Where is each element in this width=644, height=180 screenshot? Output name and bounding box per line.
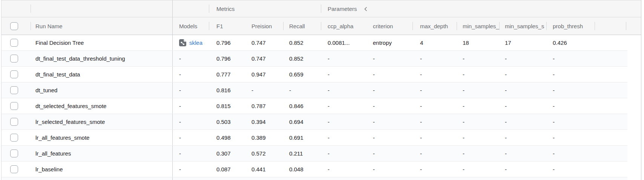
cell-min-samples-s: 17 xyxy=(499,35,546,50)
cell-max-depth: - xyxy=(412,130,457,145)
run-name-link[interactable]: lr_all_features_smote xyxy=(31,130,172,145)
table-row: lr_all_features-0.3070.5720.211------ xyxy=(2,146,627,162)
model-link[interactable]: sklea xyxy=(189,40,202,46)
cell-min-samples-l: 18 xyxy=(457,35,499,50)
cell-min-samples-l: - xyxy=(457,114,499,130)
cell-max-depth: 4 xyxy=(412,35,457,50)
models-cell: - xyxy=(172,114,209,130)
cell-prob-thresh: - xyxy=(546,130,595,145)
column-resize-handle[interactable] xyxy=(546,22,547,30)
column-resize-handle[interactable] xyxy=(499,22,500,30)
cell-criterion: - xyxy=(365,162,412,177)
column-resize-handle[interactable] xyxy=(457,22,457,30)
column-header-ccp-alpha[interactable]: ccp_alpha xyxy=(321,17,365,35)
models-cell: - xyxy=(172,146,209,161)
row-checkbox[interactable] xyxy=(10,102,18,110)
column-resize-handle[interactable] xyxy=(209,22,209,30)
metrics-group-header: Metrics xyxy=(209,0,321,17)
cell-max-depth: - xyxy=(412,67,457,82)
cell-preision: 0.572 xyxy=(245,146,283,161)
cell-recall: - xyxy=(283,82,321,98)
run-name-link[interactable]: lr_all_features xyxy=(31,146,172,161)
run-name-link[interactable]: dt_tuned xyxy=(31,82,172,98)
parameters-group-header: Parameters xyxy=(321,0,641,17)
column-header-recall[interactable]: Recall xyxy=(283,17,321,35)
column-header-preision[interactable]: Preision xyxy=(245,17,283,35)
cell-ccp-alpha: - xyxy=(321,67,365,82)
cell-f1: 0.815 xyxy=(209,98,245,114)
run-name-link[interactable]: dt_final_test_data_threshold_tuning xyxy=(31,51,172,66)
cell-recall: 0.691 xyxy=(283,130,321,145)
row-checkbox[interactable] xyxy=(10,118,18,126)
run-name-link[interactable]: Final Decision Tree xyxy=(31,35,172,50)
model-file-icon xyxy=(179,39,186,46)
column-resize-handle[interactable] xyxy=(595,22,595,30)
cell-recall: 0.694 xyxy=(283,114,321,130)
cell-preision: 0.389 xyxy=(245,130,283,145)
table-row: dt_final_test_data-0.7770.9470.659------ xyxy=(2,67,627,82)
cell-prob-thresh: - xyxy=(546,162,595,177)
column-header-max-depth[interactable]: max_depth xyxy=(412,17,457,35)
select-all-checkbox[interactable] xyxy=(10,22,18,30)
column-header-min-samples-s[interactable]: min_samples_s xyxy=(499,17,546,35)
column-resize-handle[interactable] xyxy=(412,22,413,30)
column-resize-handle[interactable] xyxy=(321,22,321,30)
cell-criterion: - xyxy=(365,98,412,114)
cell-recall: 0.852 xyxy=(283,51,321,66)
cell-f1: 0.498 xyxy=(209,130,245,145)
cell-min-samples-l: - xyxy=(457,146,499,161)
column-header-prob-thresh[interactable]: prob_thresh xyxy=(546,17,595,35)
cell-ccp-alpha: - xyxy=(321,130,365,145)
row-checkbox[interactable] xyxy=(10,165,18,173)
cell-min-samples-s: - xyxy=(499,82,546,98)
cell-min-samples-s: - xyxy=(499,67,546,82)
row-checkbox[interactable] xyxy=(10,149,18,157)
cell-max-depth: - xyxy=(412,162,457,177)
column-resize-handle[interactable] xyxy=(283,22,284,30)
column-header-f1[interactable]: F1 xyxy=(209,17,245,35)
column-header-run-name[interactable]: Run Name xyxy=(31,17,172,35)
column-header-min-samples-l[interactable]: min_samples_l xyxy=(457,17,499,35)
cell-ccp-alpha: 0.0081... xyxy=(321,35,365,50)
group-header-row: Metrics Parameters xyxy=(2,0,641,17)
table-row: lr_baseline-0.0870.4410.048------ xyxy=(2,162,627,177)
table-row: dt_final_test_data_threshold_tuning-0.79… xyxy=(2,51,627,67)
cell-min-samples-l: - xyxy=(457,82,499,98)
cell-prob-thresh: - xyxy=(546,146,595,161)
chevron-left-icon[interactable] xyxy=(363,6,369,12)
table-row: lr_all_features_smote-0.4980.3890.691---… xyxy=(2,130,627,146)
cell-f1: 0.777 xyxy=(209,67,245,82)
column-resize-handle[interactable] xyxy=(31,22,31,30)
cell-min-samples-s: - xyxy=(499,98,546,114)
cell-preision: 0.947 xyxy=(245,67,283,82)
cell-f1: 0.087 xyxy=(209,162,245,177)
row-checkbox[interactable] xyxy=(10,86,18,94)
row-checkbox[interactable] xyxy=(10,39,18,47)
cell-preision: 0.747 xyxy=(245,51,283,66)
cell-min-samples-s: - xyxy=(499,51,546,66)
run-name-link[interactable]: dt_final_test_data xyxy=(31,67,172,82)
row-checkbox[interactable] xyxy=(10,134,18,142)
cell-prob-thresh: - xyxy=(546,114,595,130)
cell-min-samples-s: - xyxy=(499,114,546,130)
cell-criterion: - xyxy=(365,67,412,82)
run-name-link[interactable]: dt_selected_features_smote xyxy=(31,98,172,114)
column-header-models[interactable]: Models xyxy=(172,17,209,35)
row-checkbox[interactable] xyxy=(10,55,18,63)
cell-criterion: entropy xyxy=(365,35,412,50)
column-resize-handle[interactable] xyxy=(626,22,626,30)
cell-ccp-alpha: - xyxy=(321,162,365,177)
run-name-link[interactable]: lr_selected_features_smote xyxy=(31,114,172,130)
table-row-partial xyxy=(2,177,627,180)
cell-prob-thresh: - xyxy=(546,51,595,66)
cell-max-depth: - xyxy=(412,82,457,98)
table-row: lr_selected_features_smote-0.5030.3940.6… xyxy=(2,114,627,130)
cell-f1: 0.796 xyxy=(209,51,245,66)
column-header-criterion[interactable]: criterion xyxy=(365,17,412,35)
row-checkbox[interactable] xyxy=(10,70,18,78)
cell-max-depth: - xyxy=(412,146,457,161)
run-name-link[interactable]: lr_baseline xyxy=(31,162,172,177)
column-header-row: Run Name Models F1 Preision Recall ccp_a… xyxy=(2,17,641,35)
cell-min-samples-l: - xyxy=(457,130,499,145)
cell-recall: 0.846 xyxy=(283,98,321,114)
